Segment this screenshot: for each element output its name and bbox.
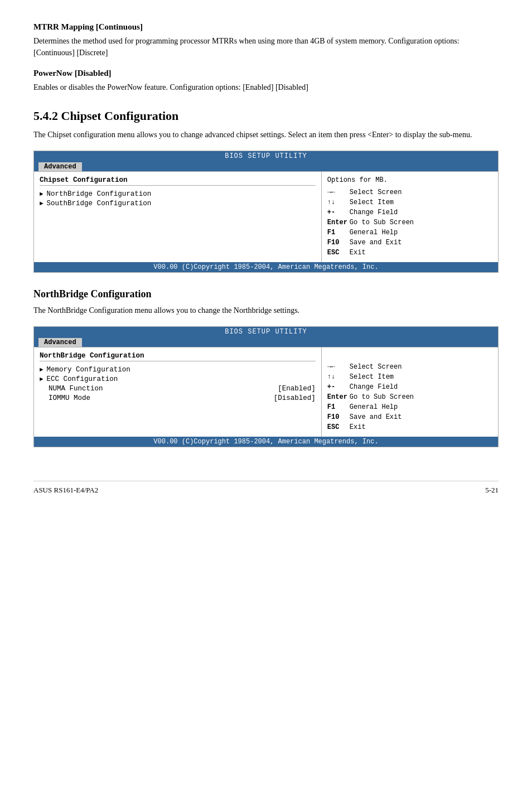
- bios1-key-select-item: ↑↓ Select Item: [327, 197, 492, 207]
- bios1-arrow-southbridge: ►: [40, 200, 43, 207]
- bios1-key-change-field: +- Change Field: [327, 207, 492, 218]
- footer-model: ASUS RS161-E4/PA2: [33, 486, 98, 495]
- bios2-key-enter-key: Enter: [327, 392, 350, 402]
- bios1-desc-select-screen: Select Screen: [350, 187, 492, 197]
- bios1-desc-f1: General Help: [350, 228, 492, 238]
- bios2-value-iommu: [Disabled]: [274, 394, 316, 402]
- bios2-key-f10: F10 Save and Exit: [327, 412, 492, 422]
- bios1-label-northbridge: NorthBridge Configuration: [47, 190, 152, 198]
- bios2-key-updown: ↑↓: [327, 372, 350, 382]
- powernow-heading: PowerNow [Disabled]: [33, 69, 499, 78]
- bios1-titlebar: BIOS SETUP UTILITY: [34, 151, 498, 161]
- bios1-key-esc: ESC Exit: [327, 248, 492, 258]
- bios2-key-f10-key: F10: [327, 412, 350, 422]
- bios2-key-enter: Enter Go to Sub Screen: [327, 392, 492, 402]
- bios1-footer: V00.00 (C)Copyright 1985-2004, American …: [34, 262, 498, 272]
- bios1-key-f10-key: F10: [327, 238, 350, 248]
- bios2-key-arrows: →←: [327, 362, 350, 372]
- bios1-key-f1-key: F1: [327, 228, 350, 238]
- bios2-desc-esc: Exit: [350, 422, 492, 432]
- bios2-label-iommu: IOMMU Mode: [49, 394, 90, 402]
- bios2-menu-ecc[interactable]: ► ECC Configuration: [40, 375, 316, 383]
- bios2-key-f1: F1 General Help: [327, 402, 492, 412]
- bios2-desc-select-screen: Select Screen: [350, 362, 492, 372]
- bios2-body: NorthBridge Configuration ► Memory Confi…: [34, 347, 498, 437]
- bios2-tab-row: Advanced: [34, 337, 498, 347]
- bios1-key-select-screen: →← Select Screen: [327, 187, 492, 197]
- bios1-key-esc-key: ESC: [327, 248, 350, 258]
- footer-page: 5-21: [485, 486, 499, 495]
- bios2-arrow-ecc: ►: [40, 376, 43, 383]
- bios1-key-arrows: →←: [327, 187, 350, 197]
- chipset-description: The Chipset configuration menu allows yo…: [33, 129, 499, 141]
- bios1-desc-esc: Exit: [350, 248, 492, 258]
- bios2-label-memory: Memory Configuration: [47, 366, 130, 374]
- bios2-desc-f1: General Help: [350, 402, 492, 412]
- bios1-section-title: Chipset Configuration: [40, 176, 316, 186]
- bios2-arrow-memory: ►: [40, 366, 43, 373]
- bios1-body: Chipset Configuration ► NorthBridge Conf…: [34, 171, 498, 262]
- bios2-label-ecc: ECC Configuration: [47, 375, 118, 383]
- bios2-key-plusminus: +-: [327, 382, 350, 392]
- bios2-key-select-screen: →← Select Screen: [327, 362, 492, 372]
- bios2-desc-f10: Save and Exit: [350, 412, 492, 422]
- bios1-desc-f10: Save and Exit: [350, 238, 492, 248]
- bios1-desc-change-field: Change Field: [350, 207, 492, 218]
- bios2-section-title: NorthBridge Configuration: [40, 352, 316, 361]
- bios1-left-panel: Chipset Configuration ► NorthBridge Conf…: [34, 172, 322, 262]
- bios2-menu-memory[interactable]: ► Memory Configuration: [40, 366, 316, 374]
- bios2-key-change-field: +- Change Field: [327, 382, 492, 392]
- bios1-desc-select-item: Select Item: [350, 197, 492, 207]
- bios2-tab-advanced[interactable]: Advanced: [38, 338, 82, 347]
- bios2-menu-numa[interactable]: NUMA Function [Enabled]: [40, 385, 316, 393]
- bios2-left-panel: NorthBridge Configuration ► Memory Confi…: [34, 347, 322, 437]
- bios2-label-numa: NUMA Function: [49, 385, 103, 393]
- bios2-key-esc-key: ESC: [327, 422, 350, 432]
- bios1-key-f10: F10 Save and Exit: [327, 238, 492, 248]
- mtrr-description: Determines the method used for programmi…: [33, 35, 499, 59]
- powernow-description: Enables or disables the PowerNow feature…: [33, 81, 499, 93]
- page-footer: ASUS RS161-E4/PA2 5-21: [33, 481, 499, 495]
- bios1-key-plusminus: +-: [327, 207, 350, 218]
- bios1-menu-southbridge[interactable]: ► SouthBridge Configuration: [40, 200, 316, 207]
- bios-box-2: BIOS SETUP UTILITY Advanced NorthBridge …: [33, 326, 499, 447]
- mtrr-heading: MTRR Mapping [Continuous]: [33, 22, 499, 32]
- bios1-label-southbridge: SouthBridge Configuration: [47, 200, 152, 207]
- bios1-tab-advanced[interactable]: Advanced: [38, 162, 82, 171]
- bios1-tab-row: Advanced: [34, 161, 498, 171]
- bios1-menu-northbridge[interactable]: ► NorthBridge Configuration: [40, 190, 316, 198]
- northbridge-heading: NorthBridge Configuration: [33, 288, 499, 300]
- bios1-key-enter: Enter Go to Sub Screen: [327, 218, 492, 228]
- bios1-desc-enter: Go to Sub Screen: [350, 218, 492, 228]
- bios2-titlebar: BIOS SETUP UTILITY: [34, 327, 498, 337]
- bios1-key-f1: F1 General Help: [327, 228, 492, 238]
- bios2-menu-iommu[interactable]: IOMMU Mode [Disabled]: [40, 394, 316, 402]
- bios2-desc-change-field: Change Field: [350, 382, 492, 392]
- northbridge-description: The NorthBridge Configuration menu allow…: [33, 305, 499, 316]
- bios2-key-f1-key: F1: [327, 402, 350, 412]
- bios1-key-enter-key: Enter: [327, 218, 350, 228]
- chipset-chapter-heading: 5.4.2 Chipset Configuration: [33, 109, 499, 123]
- bios1-right-panel: Options for MB. →← Select Screen ↑↓ Sele…: [322, 172, 498, 262]
- bios1-arrow-northbridge: ►: [40, 191, 43, 197]
- bios2-key-legend: →← Select Screen ↑↓ Select Item +- Chang…: [327, 362, 492, 432]
- bios2-desc-enter: Go to Sub Screen: [350, 392, 492, 402]
- bios1-help-text: Options for MB.: [327, 176, 492, 184]
- bios2-value-numa: [Enabled]: [278, 385, 316, 393]
- bios1-key-legend: →← Select Screen ↑↓ Select Item +- Chang…: [327, 187, 492, 258]
- bios2-desc-select-item: Select Item: [350, 372, 492, 382]
- bios2-key-esc: ESC Exit: [327, 422, 492, 432]
- bios1-key-updown: ↑↓: [327, 197, 350, 207]
- bios2-right-panel: →← Select Screen ↑↓ Select Item +- Chang…: [322, 347, 498, 437]
- bios2-key-select-item: ↑↓ Select Item: [327, 372, 492, 382]
- bios-box-1: BIOS SETUP UTILITY Advanced Chipset Conf…: [33, 151, 499, 273]
- bios2-footer: V00.00 (C)Copyright 1985-2004, American …: [34, 437, 498, 447]
